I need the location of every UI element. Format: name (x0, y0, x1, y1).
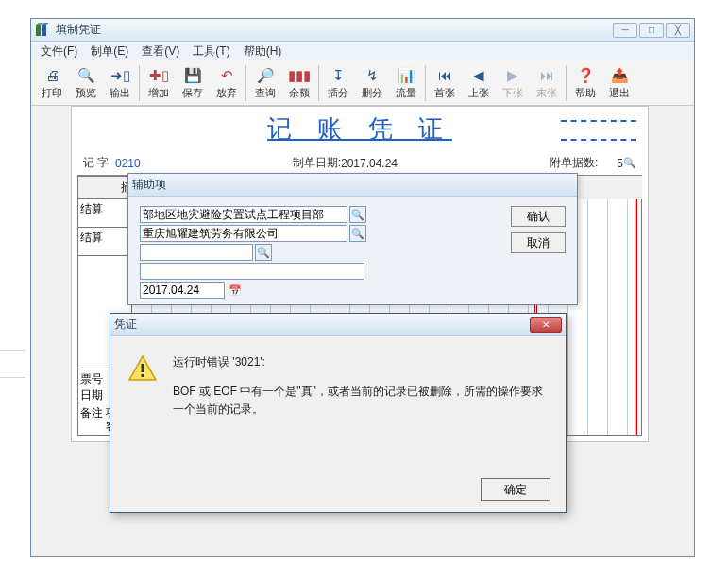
table-row-settle-1[interactable]: 结算 (77, 199, 132, 228)
assist-field-3[interactable] (140, 244, 253, 261)
attach-lookup-icon[interactable]: 🔍 (623, 157, 636, 169)
preview-icon: 🔍 (76, 66, 95, 85)
main-titlebar[interactable]: 填制凭证 ─ □ ╳ (31, 19, 694, 42)
svg-rect-2 (142, 364, 144, 372)
prev-button[interactable]: ◀上张 (462, 62, 496, 104)
voucher-attach-value[interactable]: 5 (617, 157, 623, 170)
assist-titlebar[interactable]: 辅助项 (128, 174, 577, 197)
assist-field-1[interactable] (140, 206, 347, 223)
save-icon: 💾 (183, 66, 202, 85)
error-close-button[interactable]: ✕ (530, 317, 562, 333)
first-icon: ⏮ (435, 66, 454, 85)
preview-button[interactable]: 🔍预览 (69, 62, 103, 104)
save-button[interactable]: 💾保存 (176, 62, 210, 104)
voucher-attach-label: 附单据数: (550, 155, 598, 171)
flow-icon: 📊 (397, 66, 415, 85)
query-button[interactable]: 🔎查询 (248, 62, 282, 104)
menubar: 文件(F) 制单(E) 查看(V) 工具(T) 帮助(H) (31, 42, 694, 60)
menu-tool[interactable]: 工具(T) (187, 42, 235, 61)
exit-icon: 📤 (610, 66, 629, 85)
assist-cancel-button[interactable]: 取消 (511, 232, 566, 253)
error-dialog: 凭证 ✕ 运行时错误 '3021': BOF 或 EOF 中有一个是"真"，或者… (110, 313, 567, 513)
voucher-date-value[interactable]: 2017.04.24 (341, 157, 398, 170)
error-line-1: 运行时错误 '3021': (173, 353, 549, 371)
insert-button[interactable]: ↧插分 (321, 62, 355, 104)
exit-button[interactable]: 📤退出 (602, 62, 636, 104)
lookup-icon-1[interactable]: 🔍 (349, 206, 366, 223)
next-icon: ▶ (503, 66, 522, 85)
lookup-icon-2[interactable]: 🔍 (349, 225, 366, 242)
output-icon: ➜▯ (110, 66, 129, 85)
menu-view[interactable]: 查看(V) (136, 42, 185, 61)
window-title: 填制凭证 (56, 22, 607, 38)
add-icon: ✚▯ (149, 66, 168, 85)
print-icon: 🖨 (42, 66, 61, 85)
delete-icon: ↯ (363, 66, 381, 85)
warning-icon (127, 353, 158, 384)
prev-icon: ◀ (469, 66, 488, 85)
balance-button[interactable]: ▮▮▮余额 (282, 62, 316, 104)
svg-rect-1 (42, 25, 46, 36)
first-button[interactable]: ⏮首张 (428, 62, 462, 104)
output-button[interactable]: ➜▯输出 (103, 62, 137, 104)
voucher-word-value[interactable]: 0210 (115, 157, 141, 170)
app-icon (35, 23, 50, 38)
assist-field-4[interactable] (140, 263, 364, 280)
balance-icon: ▮▮▮ (290, 66, 309, 85)
close-button[interactable]: ╳ (666, 23, 690, 38)
print-button[interactable]: 🖨打印 (35, 62, 69, 104)
menu-make[interactable]: 制单(E) (85, 42, 134, 61)
minimize-button[interactable]: ─ (613, 23, 637, 38)
query-icon: 🔎 (256, 66, 275, 85)
svg-rect-0 (36, 25, 41, 36)
voucher-dash-decoration (561, 120, 636, 141)
error-line-2: BOF 或 EOF 中有一个是"真"，或者当前的记录已被删除，所需的操作要求一个… (173, 383, 549, 419)
voucher-title: 记 账 凭 证 (77, 112, 642, 146)
calendar-icon[interactable]: 📅 (227, 282, 244, 299)
insert-icon: ↧ (329, 66, 347, 85)
toolbar: 🖨打印 🔍预览 ➜▯输出 ✚▯增加 💾保存 ↶放弃 🔎查询 ▮▮▮余额 ↧插分 … (31, 60, 694, 106)
help-button[interactable]: ❓帮助 (568, 62, 602, 104)
discard-icon: ↶ (217, 66, 236, 85)
table-row-settle-2[interactable]: 结算 (77, 228, 132, 256)
voucher-word-label: 记 字 (83, 155, 109, 171)
voucher-date-label: 制单日期: (293, 155, 341, 171)
error-title: 凭证 (114, 317, 316, 333)
svg-rect-3 (142, 374, 144, 377)
last-button: ⏭末张 (530, 62, 564, 104)
error-titlebar[interactable]: 凭证 ✕ (110, 314, 566, 336)
flow-button[interactable]: 📊流量 (389, 62, 423, 104)
help-icon: ❓ (576, 66, 595, 85)
next-button: ▶下张 (496, 62, 530, 104)
last-icon: ⏭ (537, 66, 556, 85)
add-button[interactable]: ✚▯增加 (142, 62, 176, 104)
error-ok-button[interactable]: 确定 (481, 478, 550, 501)
assist-dialog: 辅助项 🔍 🔍 🔍 📅 确认 取 (127, 173, 578, 305)
menu-file[interactable]: 文件(F) (35, 42, 83, 61)
assist-field-2[interactable] (140, 225, 347, 242)
discard-button[interactable]: ↶放弃 (210, 62, 244, 104)
menu-help[interactable]: 帮助(H) (238, 42, 288, 61)
maximize-button[interactable]: □ (639, 23, 664, 38)
assist-ok-button[interactable]: 确认 (511, 206, 566, 227)
lookup-icon-3[interactable]: 🔍 (255, 244, 272, 261)
assist-date-field[interactable] (140, 282, 225, 299)
delete-button[interactable]: ↯删分 (355, 62, 389, 104)
assist-title: 辅助项 (132, 177, 573, 193)
